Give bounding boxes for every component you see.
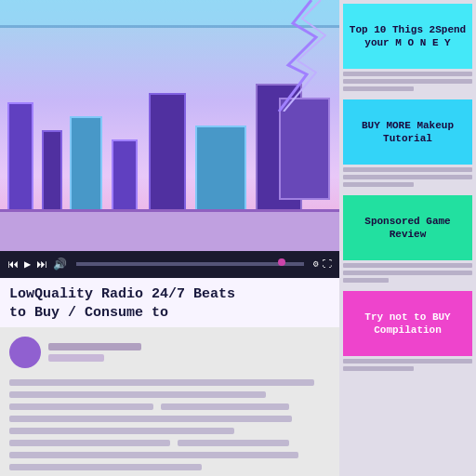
progress-bar[interactable]	[76, 262, 304, 266]
video-controls-bar: ⏮ ▶ ⏭ 🔊 ⚙ ⛶	[0, 251, 339, 278]
sidebar-card-1: Top 10 Thigs 2Spend your M O N E Y	[343, 4, 472, 94]
meta-line-4a	[343, 359, 472, 364]
meta-line-3a	[343, 263, 472, 268]
scene-column-6	[195, 126, 246, 218]
next-button[interactable]: ⏭	[36, 258, 47, 271]
meta-line-2a	[343, 167, 472, 172]
video-title: LowQuality Radio 24/7 Beats to Buy / Con…	[9, 285, 330, 322]
video-scene	[0, 0, 339, 251]
channel-row	[0, 337, 339, 368]
sidebar-card-2: BUY MORE Makeup Tutorial	[343, 99, 472, 190]
sidebar: Top 10 Thigs 2Spend your M O N E Y BUY M…	[339, 0, 476, 476]
desc-line-3b	[161, 403, 289, 410]
scene-column-1	[7, 102, 33, 214]
channel-info	[48, 343, 141, 362]
channel-avatar[interactable]	[9, 337, 41, 368]
fullscreen-icon[interactable]: ⛶	[323, 258, 332, 270]
scene-column-3	[70, 116, 102, 218]
sidebar-meta-2	[343, 165, 472, 190]
video-info: LowQuality Radio 24/7 Beats to Buy / Con…	[0, 278, 339, 327]
play-button[interactable]: ▶	[24, 258, 31, 271]
scene-lightning-svg	[228, 0, 339, 112]
sidebar-card-4: Try not to BUY Compilation	[343, 291, 472, 374]
controls-right: ⚙ ⛶	[313, 258, 332, 270]
sidebar-thumb-4[interactable]: Try not to BUY Compilation	[343, 291, 472, 356]
sidebar-meta-1	[343, 69, 472, 94]
desc-line-row-3	[9, 403, 330, 410]
meta-line-2c	[343, 182, 414, 187]
desc-line-6b	[178, 440, 290, 446]
scene-floor	[0, 209, 339, 251]
meta-line-3c	[343, 278, 389, 283]
sidebar-meta-4	[343, 356, 472, 374]
desc-line-8	[9, 464, 202, 470]
sidebar-thumb-2[interactable]: BUY MORE Makeup Tutorial	[343, 99, 472, 165]
sidebar-meta-3	[343, 260, 472, 285]
video-title-line1: LowQuality Radio 24/7 Beats	[9, 286, 235, 302]
desc-line-row-6	[9, 440, 330, 446]
volume-button[interactable]: 🔊	[53, 258, 67, 271]
desc-line-4	[9, 416, 292, 422]
meta-line-2b	[343, 175, 472, 179]
scene-column-2	[42, 130, 62, 214]
sidebar-thumb-3[interactable]: Sponsored Game Review	[343, 195, 472, 260]
main-content: ⏮ ▶ ⏭ 🔊 ⚙ ⛶ LowQuality Radio 24/7 Beats …	[0, 0, 339, 476]
desc-line-5	[9, 428, 234, 434]
scene-column-8	[279, 98, 330, 200]
desc-line-7	[9, 452, 298, 458]
meta-line-1b	[343, 79, 472, 84]
meta-line-1c	[343, 86, 414, 91]
meta-line-3b	[343, 271, 472, 275]
meta-line-4b	[343, 366, 414, 371]
scene-column-4	[112, 139, 138, 218]
desc-line-1	[9, 379, 314, 386]
video-player[interactable]	[0, 0, 339, 251]
meta-line-1a	[343, 72, 472, 76]
progress-indicator	[278, 258, 285, 266]
video-title-line2: to Buy / Consume to	[9, 305, 168, 321]
channel-name-placeholder	[48, 343, 141, 350]
desc-line-2	[9, 391, 266, 398]
sidebar-card-3: Sponsored Game Review	[343, 195, 472, 285]
app-container: ⏮ ▶ ⏭ 🔊 ⚙ ⛶ LowQuality Radio 24/7 Beats …	[0, 0, 476, 476]
prev-button[interactable]: ⏮	[7, 258, 19, 271]
desc-line-3a	[9, 403, 153, 410]
settings-icon[interactable]: ⚙	[313, 258, 319, 270]
channel-sub-placeholder	[48, 354, 104, 362]
scene-column-5	[149, 93, 186, 214]
desc-line-6a	[9, 440, 170, 446]
sidebar-thumb-1[interactable]: Top 10 Thigs 2Spend your M O N E Y	[343, 4, 472, 69]
description-area	[0, 368, 339, 476]
